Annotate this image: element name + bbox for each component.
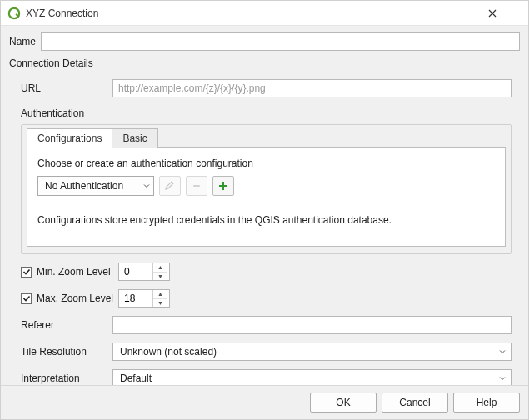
interpretation-label: Interpretation (21, 372, 112, 384)
add-auth-button[interactable] (212, 176, 234, 196)
auth-note: Configurations store encrypted credentia… (37, 214, 495, 226)
max-zoom-checkbox[interactable] (21, 293, 32, 304)
auth-config-value: No Authentication (45, 180, 123, 192)
authentication-group: Configurations Basic Choose or create an… (21, 124, 512, 254)
min-zoom-checkbox[interactable] (21, 267, 32, 278)
help-button[interactable]: Help (453, 392, 520, 412)
url-label: URL (21, 82, 112, 94)
chevron-down-icon (143, 182, 150, 189)
plus-icon (217, 180, 229, 192)
title-bar: XYZ Connection (1, 1, 528, 26)
spin-down-icon[interactable]: ▼ (153, 298, 167, 308)
max-zoom-row: Max. Zoom Level ▲ ▼ (21, 289, 512, 308)
name-label: Name (9, 36, 41, 48)
min-zoom-value[interactable] (119, 263, 152, 280)
tile-resolution-value: Unknown (not scaled) (120, 346, 217, 358)
auth-config-combo[interactable]: No Authentication (37, 176, 154, 196)
min-zoom-row: Min. Zoom Level ▲ ▼ (21, 262, 512, 281)
auth-hint: Choose or create an authentication confi… (37, 158, 495, 169)
referer-label: Referer (21, 319, 112, 331)
max-zoom-value[interactable] (119, 290, 152, 307)
min-zoom-spinner[interactable]: ▲ ▼ (118, 262, 170, 281)
app-icon (7, 7, 21, 20)
chevron-down-icon (499, 348, 506, 355)
interpretation-row: Interpretation Default (21, 369, 512, 385)
max-zoom-spinner[interactable]: ▲ ▼ (118, 289, 170, 308)
name-input[interactable] (41, 32, 520, 51)
pencil-icon (164, 180, 176, 192)
tile-resolution-combo[interactable]: Unknown (not scaled) (112, 342, 512, 361)
edit-auth-button[interactable] (159, 176, 181, 196)
interpretation-combo[interactable]: Default (112, 369, 512, 385)
minus-icon (191, 180, 202, 192)
url-input[interactable] (112, 79, 512, 98)
spin-up-icon[interactable]: ▲ (153, 263, 167, 272)
svg-rect-2 (193, 185, 200, 187)
min-zoom-label: Min. Zoom Level (37, 266, 118, 278)
close-button[interactable] (488, 9, 522, 18)
tab-basic[interactable]: Basic (112, 128, 157, 148)
max-zoom-arrows: ▲ ▼ (152, 290, 167, 307)
spin-down-icon[interactable]: ▼ (153, 272, 167, 281)
auth-tab-body: Choose or create an authentication confi… (27, 147, 506, 247)
dialog-window: XYZ Connection Name Connection Details U… (0, 0, 529, 420)
connection-details-group: URL Authentication Configurations Basic … (9, 72, 520, 385)
min-zoom-arrows: ▲ ▼ (152, 263, 167, 280)
tab-configurations[interactable]: Configurations (27, 128, 112, 148)
cancel-button[interactable]: Cancel (382, 392, 448, 412)
window-title: XYZ Connection (26, 8, 488, 19)
connection-details-title: Connection Details (9, 58, 520, 69)
referer-input[interactable] (112, 316, 512, 334)
tile-resolution-row: Tile Resolution Unknown (not scaled) (21, 342, 512, 361)
tile-resolution-label: Tile Resolution (21, 346, 112, 358)
auth-tabs: Configurations Basic (22, 125, 511, 147)
chevron-down-icon (499, 375, 506, 382)
referer-row: Referer (21, 316, 512, 334)
name-row: Name (9, 32, 520, 51)
remove-auth-button[interactable] (186, 176, 207, 196)
spin-up-icon[interactable]: ▲ (153, 290, 167, 298)
max-zoom-label: Max. Zoom Level (37, 292, 118, 304)
content-area: Name Connection Details URL Authenticati… (1, 26, 528, 385)
authentication-title: Authentication (21, 108, 512, 119)
button-bar: OK Cancel Help (1, 385, 528, 419)
svg-rect-4 (219, 185, 227, 187)
ok-button[interactable]: OK (310, 392, 377, 412)
interpretation-value: Default (120, 372, 152, 384)
